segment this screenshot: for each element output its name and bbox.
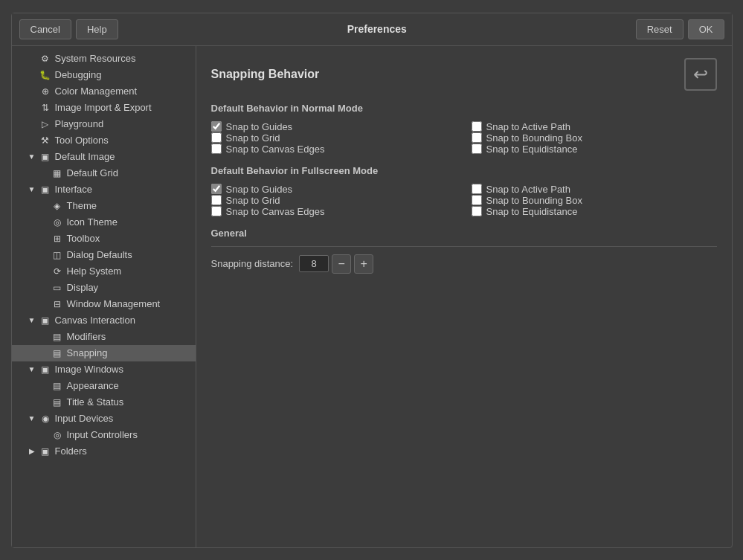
sidebar-item-label-color-management: Color Management bbox=[55, 86, 138, 97]
checkbox-label-snap-guides-full[interactable]: Snap to Guides bbox=[226, 184, 293, 195]
sidebar-item-color-management[interactable]: ⊕Color Management bbox=[12, 83, 196, 100]
checkbox-snap-active-path-full[interactable] bbox=[472, 184, 482, 194]
arrow-icon: ▼ bbox=[27, 152, 37, 161]
folders-icon: ▣ bbox=[39, 445, 52, 457]
titlebar: Cancel Help Preferences Reset OK bbox=[12, 13, 732, 46]
sidebar-item-modifiers[interactable]: ▤Modifiers bbox=[12, 329, 196, 345]
preferences-window: Cancel Help Preferences Reset OK ⚙System… bbox=[11, 13, 733, 548]
sidebar-item-default-grid[interactable]: ▦Default Grid bbox=[12, 165, 196, 181]
checkbox-col-left: Snap to GuidesSnap to GridSnap to Canvas… bbox=[211, 184, 457, 217]
normal-mode-checkboxes: Snap to GuidesSnap to GridSnap to Canvas… bbox=[211, 121, 717, 155]
checkbox-row-snap-canvas-normal: Snap to Canvas Edges bbox=[211, 144, 457, 155]
checkbox-row-snap-guides-normal: Snap to Guides bbox=[211, 121, 457, 132]
sidebar-item-snapping[interactable]: ▤Snapping bbox=[12, 345, 196, 361]
checkbox-row-snap-grid-normal: Snap to Grid bbox=[211, 132, 457, 144]
sidebar-item-canvas-interaction[interactable]: ▼▣Canvas Interaction bbox=[12, 312, 196, 329]
checkbox-snap-canvas-normal[interactable] bbox=[211, 144, 222, 154]
sidebar-item-label-display: Display bbox=[67, 282, 99, 293]
checkbox-label-snap-grid-full[interactable]: Snap to Grid bbox=[226, 195, 280, 206]
snapping-distance-decrement[interactable]: − bbox=[332, 254, 351, 274]
sidebar-item-theme[interactable]: ◈Theme bbox=[12, 198, 196, 214]
sidebar-item-label-default-image: Default Image bbox=[55, 151, 115, 162]
checkbox-label-snap-guides-normal[interactable]: Snap to Guides bbox=[226, 121, 293, 132]
checkbox-label-snap-grid-normal[interactable]: Snap to Grid bbox=[226, 132, 280, 144]
checkbox-snap-grid-full[interactable] bbox=[211, 195, 222, 205]
arrow-icon: ▶ bbox=[27, 447, 37, 455]
sidebar-item-system-resources[interactable]: ⚙System Resources bbox=[12, 51, 196, 67]
sidebar-item-label-snapping: Snapping bbox=[67, 347, 108, 358]
toolbox-icon: ⊞ bbox=[51, 233, 64, 245]
checkbox-snap-canvas-full[interactable] bbox=[211, 206, 222, 216]
checkbox-row-snap-active-path-normal: Snap to Active Path bbox=[472, 121, 717, 132]
icon-theme-icon: ◎ bbox=[51, 216, 64, 228]
default-grid-icon: ▦ bbox=[51, 167, 64, 179]
checkbox-snap-bounding-full[interactable] bbox=[472, 195, 482, 205]
titlebar-left-buttons: Cancel Help bbox=[19, 19, 118, 39]
arrow-icon: ▼ bbox=[27, 414, 37, 422]
checkbox-row-snap-guides-full: Snap to Guides bbox=[211, 184, 457, 195]
sidebar-item-debugging[interactable]: 🐛Debugging bbox=[12, 67, 196, 83]
checkbox-snap-bounding-normal[interactable] bbox=[472, 132, 482, 143]
sidebar-item-label-system-resources: System Resources bbox=[55, 53, 136, 64]
checkbox-label-snap-bounding-normal[interactable]: Snap to Bounding Box bbox=[486, 132, 582, 144]
sidebar-item-folders[interactable]: ▶▣Folders bbox=[12, 443, 196, 460]
sidebar-item-label-window-management: Window Management bbox=[67, 298, 161, 309]
main-panel: Snapping Behavior ↩ Default Behavior in … bbox=[196, 46, 732, 547]
checkbox-label-snap-canvas-full[interactable]: Snap to Canvas Edges bbox=[226, 206, 325, 217]
sidebar-item-playground[interactable]: ▷Playground bbox=[12, 116, 196, 132]
checkbox-label-snap-active-path-normal[interactable]: Snap to Active Path bbox=[486, 121, 570, 132]
checkbox-snap-equidistance-normal[interactable] bbox=[472, 144, 482, 154]
checkbox-label-snap-bounding-full[interactable]: Snap to Bounding Box bbox=[486, 195, 582, 206]
checkbox-snap-equidistance-full[interactable] bbox=[472, 206, 482, 216]
sidebar-item-tool-options[interactable]: ⚒Tool Options bbox=[12, 132, 196, 149]
window-title: Preferences bbox=[124, 23, 630, 35]
cancel-button[interactable]: Cancel bbox=[19, 19, 71, 39]
sidebar-item-label-input-devices: Input Devices bbox=[55, 413, 114, 424]
checkbox-label-snap-active-path-full[interactable]: Snap to Active Path bbox=[486, 184, 570, 195]
sidebar-item-help-system[interactable]: ⟳Help System bbox=[12, 263, 196, 280]
checkbox-label-snap-equidistance-normal[interactable]: Snap to Equidistance bbox=[486, 144, 578, 155]
sidebar-item-label-image-windows: Image Windows bbox=[55, 364, 123, 375]
sidebar-item-input-controllers[interactable]: ◎Input Controllers bbox=[12, 427, 196, 443]
ok-button[interactable]: OK bbox=[688, 19, 724, 39]
sidebar: ⚙System Resources🐛Debugging⊕Color Manage… bbox=[12, 46, 196, 547]
checkbox-row-snap-canvas-full: Snap to Canvas Edges bbox=[211, 206, 457, 217]
sidebar-item-input-devices[interactable]: ▼◉Input Devices bbox=[12, 411, 196, 427]
sidebar-item-dialog-defaults[interactable]: ◫Dialog Defaults bbox=[12, 247, 196, 263]
checkbox-row-snap-equidistance-normal: Snap to Equidistance bbox=[472, 144, 717, 155]
sidebar-item-label-dialog-defaults: Dialog Defaults bbox=[67, 249, 132, 260]
checkbox-snap-guides-full[interactable] bbox=[211, 184, 222, 194]
sidebar-item-label-title-status: Title & Status bbox=[67, 396, 124, 408]
sidebar-item-image-import-export[interactable]: ⇅Image Import & Export bbox=[12, 100, 196, 116]
sidebar-item-label-modifiers: Modifiers bbox=[67, 331, 106, 342]
sidebar-item-toolbox[interactable]: ⊞Toolbox bbox=[12, 231, 196, 247]
sidebar-item-default-image[interactable]: ▼▣Default Image bbox=[12, 149, 196, 165]
snapping-distance-increment[interactable]: + bbox=[354, 254, 373, 274]
checkbox-snap-active-path-normal[interactable] bbox=[472, 121, 482, 132]
checkbox-label-snap-canvas-normal[interactable]: Snap to Canvas Edges bbox=[226, 144, 325, 155]
sidebar-item-title-status[interactable]: ▤Title & Status bbox=[12, 394, 196, 411]
sidebar-item-appearance[interactable]: ▤Appearance bbox=[12, 378, 196, 394]
sidebar-item-interface[interactable]: ▼▣Interface bbox=[12, 181, 196, 198]
checkbox-row-snap-bounding-normal: Snap to Bounding Box bbox=[472, 132, 717, 144]
sidebar-item-display[interactable]: ▭Display bbox=[12, 280, 196, 296]
fullscreen-mode-title: Default Behavior in Fullscreen Mode bbox=[211, 165, 717, 176]
snapping-distance-input[interactable]: 8 bbox=[299, 255, 329, 272]
sidebar-item-icon-theme[interactable]: ◎Icon Theme bbox=[12, 214, 196, 231]
canvas-interaction-icon: ▣ bbox=[39, 315, 52, 326]
sidebar-item-label-toolbox: Toolbox bbox=[67, 233, 100, 244]
checkbox-col-left: Snap to GuidesSnap to GridSnap to Canvas… bbox=[211, 121, 457, 155]
checkbox-label-snap-equidistance-full[interactable]: Snap to Equidistance bbox=[486, 206, 578, 217]
content-area: ⚙System Resources🐛Debugging⊕Color Manage… bbox=[12, 46, 732, 547]
debugging-icon: 🐛 bbox=[39, 69, 52, 81]
checkbox-snap-grid-normal[interactable] bbox=[211, 132, 222, 143]
sidebar-item-window-management[interactable]: ⊟Window Management bbox=[12, 296, 196, 312]
snapping-distance-row: Snapping distance: 8 − + bbox=[211, 254, 717, 274]
modifiers-icon: ▤ bbox=[51, 331, 64, 343]
arrow-icon: ▼ bbox=[27, 316, 37, 324]
help-button[interactable]: Help bbox=[76, 19, 118, 39]
sidebar-item-image-windows[interactable]: ▼▣Image Windows bbox=[12, 361, 196, 378]
checkbox-snap-guides-normal[interactable] bbox=[211, 121, 222, 132]
reset-button[interactable]: Reset bbox=[636, 19, 684, 39]
panel-icon: ↩ bbox=[684, 58, 717, 91]
